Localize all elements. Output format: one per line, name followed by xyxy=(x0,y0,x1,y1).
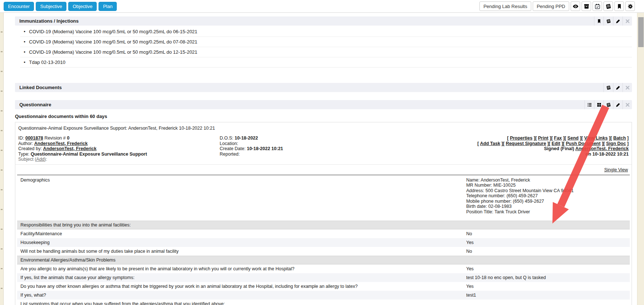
bookmark-icon[interactable] xyxy=(614,1,624,11)
document-actions: PropertiesPrintFaxSendView LinksBatch Ad… xyxy=(385,136,629,162)
demographics-row: Demographics Name: AndersonTest, Frederi… xyxy=(17,175,630,221)
encounter-button[interactable]: Encounter xyxy=(4,2,34,11)
doc-action: Batch xyxy=(610,136,629,141)
dos-line: D.O.S: 10-18-2022 xyxy=(220,136,385,141)
doc-action-link[interactable]: Print xyxy=(538,136,548,141)
answer-cell: Yes xyxy=(466,240,630,245)
question-cell: Do you have any other known allergies or… xyxy=(17,284,466,289)
qa-row: Environmental Allergies/Asthma/Skin Prob… xyxy=(17,256,630,264)
demographic-line: Birth date: 02-08-1983 xyxy=(466,204,630,209)
signed-by-link[interactable]: AndersonTest, Frederick xyxy=(575,146,629,151)
list-view-icon[interactable] xyxy=(585,100,594,109)
demographic-line: Telephone number: (650) 459-2627 xyxy=(466,193,630,199)
pencil-icon[interactable] xyxy=(613,100,622,109)
immunizations-header-icons xyxy=(594,16,632,26)
book-icon[interactable] xyxy=(603,100,613,109)
document-actions-row1: PropertiesPrintFaxSendView LinksBatch xyxy=(385,136,629,141)
scrollbar-thumb[interactable] xyxy=(638,17,644,47)
pencil-icon[interactable] xyxy=(613,16,622,26)
question-cell: Housekeeping xyxy=(17,240,466,245)
settings-gears-icon[interactable] xyxy=(625,1,635,11)
doc-action-link[interactable]: Request Signature xyxy=(506,141,546,146)
answer-cell: Yes xyxy=(466,266,630,271)
close-icon[interactable] xyxy=(622,16,632,26)
archive-icon[interactable] xyxy=(582,1,591,11)
qa-row: List symptoms that occur when you have s… xyxy=(17,300,630,305)
question-cell: List symptoms that occur when you have s… xyxy=(17,301,466,305)
doc-action-link[interactable]: View Links xyxy=(584,136,608,141)
answer-cell: test1 xyxy=(466,293,630,298)
pending-lab-results-button[interactable]: Pending Lab Results xyxy=(479,1,531,11)
doc-action-link[interactable]: Add Task xyxy=(480,141,500,146)
document-id-link[interactable]: 0001878 xyxy=(25,136,43,141)
close-icon[interactable] xyxy=(622,83,632,92)
dos-label: D.O.S: xyxy=(220,136,234,141)
eye-icon[interactable] xyxy=(571,1,580,11)
create-date-value: 10-18-2022 10:21 xyxy=(247,146,283,151)
demographic-line: MR Number: MIE-10025 xyxy=(466,183,630,188)
author-link[interactable]: AndersonTest, Frederick xyxy=(34,141,88,146)
linked-documents-title: Linked Documents xyxy=(19,85,62,90)
questionnaire-title: Questionnaire xyxy=(19,102,51,107)
doc-action: View Links xyxy=(581,136,610,141)
question-cell: Facility/Maintenance xyxy=(17,231,466,236)
doc-action: Properties xyxy=(507,136,535,141)
doc-action: Edit xyxy=(549,141,563,146)
objective-button[interactable]: Objective xyxy=(68,2,97,11)
signed-status: Signed (Final) xyxy=(544,146,574,151)
pending-ppd-button[interactable]: Pending PPD xyxy=(533,1,569,11)
subject-add-link[interactable]: Add xyxy=(36,157,44,162)
doc-action-link[interactable]: Edit xyxy=(552,141,560,146)
qa-row: Housekeeping Yes xyxy=(17,238,630,247)
linked-documents-section-header: Linked Documents xyxy=(15,83,632,92)
questionnaire-document-card: Questionnaire-Animal Exposure Surveillan… xyxy=(15,122,632,305)
subjective-button[interactable]: Subjective xyxy=(36,2,66,11)
answer-cell: No xyxy=(466,231,630,236)
bookmark-icon[interactable] xyxy=(594,16,603,26)
doc-action-link[interactable]: Fax xyxy=(554,136,562,141)
single-view-link[interactable]: Single View xyxy=(604,167,628,172)
demographic-line: Address: 500 Castro Street Mountain View… xyxy=(466,188,630,194)
location-line: Location: xyxy=(220,141,385,146)
single-view-row: Single View xyxy=(15,164,632,175)
id-label: ID: xyxy=(18,136,24,141)
left-panel-edge[interactable] xyxy=(0,13,4,305)
question-cell: Are you allergic to any animals(s) that … xyxy=(17,266,466,271)
doc-action-link[interactable]: Properties xyxy=(510,136,532,141)
document-id-line: ID: 0001878 Revision # 0 xyxy=(18,136,220,141)
book-icon[interactable] xyxy=(603,16,613,26)
demographics-values: Name: AndersonTest, FrederickMR Number: … xyxy=(466,178,630,215)
doc-action: Sign Doc xyxy=(603,141,629,146)
demographics-label: Demographics xyxy=(17,178,466,215)
document-type-line: Type: Questionnaire-Animal Exposure Surv… xyxy=(18,152,220,157)
page-body: Immunizations / Injections COVID-19 (Mod… xyxy=(0,13,644,305)
grid-view-icon[interactable] xyxy=(594,100,603,109)
pencil-icon[interactable] xyxy=(613,83,622,92)
immunizations-title: Immunizations / Injections xyxy=(19,18,79,24)
doc-action: Send xyxy=(564,136,581,141)
doc-action-link[interactable]: Push Document xyxy=(566,141,601,146)
signed-line: Signed (Final) AndersonTest, Frederick xyxy=(385,146,629,152)
doc-action-link[interactable]: Batch xyxy=(613,136,626,141)
doc-action: Add Task xyxy=(477,141,503,146)
close-icon[interactable] xyxy=(622,100,632,109)
doc-action-link[interactable]: Send xyxy=(567,136,579,141)
revision-value: 0 xyxy=(67,136,69,141)
question-cell: Responsibilities that bring you into the… xyxy=(17,222,466,228)
immunization-text: COVID-19 (Moderna) Vaccine 100 mcg/0.5mL… xyxy=(29,29,197,34)
answer-cell: Yes xyxy=(466,284,630,289)
plan-button[interactable]: Plan xyxy=(99,2,117,11)
qa-row: Do you have any other known allergies or… xyxy=(17,282,630,291)
questionnaire-header-icons xyxy=(585,100,632,109)
create-date-line: Create Date: 10-18-2022 10:21 xyxy=(220,146,385,152)
book-icon[interactable] xyxy=(603,83,613,92)
immunization-item: Tdap 02-13-2010 xyxy=(20,57,632,68)
calendar-check-icon[interactable] xyxy=(593,1,602,11)
immunizations-list: COVID-19 (Moderna) Vaccine 100 mcg/0.5mL… xyxy=(20,27,632,68)
linked-documents-header-icons xyxy=(603,83,632,92)
book-icon[interactable] xyxy=(603,1,613,11)
created-by-link[interactable]: AndersonTest, Frederick xyxy=(43,146,96,151)
doc-action-link[interactable]: Sign Doc xyxy=(606,141,626,146)
immunizations-section-header: Immunizations / Injections xyxy=(15,16,632,26)
vertical-scrollbar[interactable] xyxy=(637,13,644,305)
